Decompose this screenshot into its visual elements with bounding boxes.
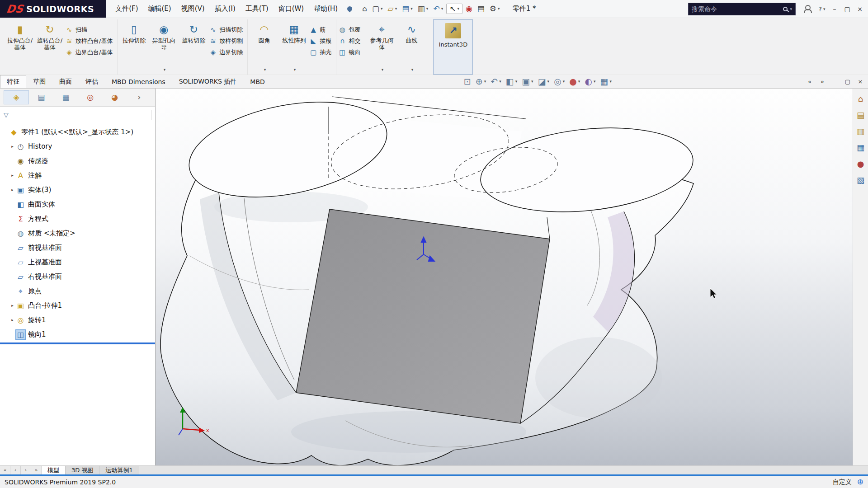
tabs-scroll-next[interactable]: › (21, 466, 31, 474)
hide-show-items-icon[interactable]: ◎ ▾ (554, 77, 565, 86)
display-style-icon[interactable]: ◪ ▾ (538, 77, 549, 86)
minimize-button[interactable]: – ▾ (828, 3, 841, 15)
dropdown-caret-icon[interactable]: ▾ (609, 80, 612, 84)
tabs-scroll-last[interactable]: » (31, 466, 42, 474)
tab-model[interactable]: 模型 (42, 466, 66, 474)
indicator-button[interactable]: ◉ ▾ (464, 4, 474, 14)
new-file-button[interactable]: ▢ ▾ (370, 4, 385, 14)
tab-evaluate[interactable]: 评估 (79, 75, 105, 88)
tree-item-boss-extrude1[interactable]: ▸ ▣ 凸台-拉伸1 (0, 298, 155, 313)
tree-item-material[interactable]: ▸ ◍ 材质 <未指定> (0, 226, 155, 240)
dropdown-caret-icon[interactable]: ▾ (499, 80, 501, 84)
tree-item-front-plane[interactable]: ▸ ▱ 前视基准面 (0, 240, 155, 255)
zoom-fit-icon[interactable]: ⊡ ▾ (464, 77, 471, 86)
tab-solidworks-addins[interactable]: SOLIDWORKS 插件 (172, 75, 244, 88)
extruded-cut-button[interactable]: ▯ 拉伸切除 ▾ (119, 20, 148, 74)
tree-item-equations[interactable]: ▸ Σ 方程式 (0, 211, 155, 226)
save-button[interactable]: ▤ ▾ (400, 4, 415, 14)
pin-icon[interactable] (346, 5, 354, 13)
dropdown-caret-icon[interactable]: ▾ (410, 7, 413, 11)
customize-status[interactable]: 自定义 (833, 478, 852, 486)
displaymanager-tab[interactable]: ◕ (103, 91, 127, 104)
search-icon[interactable] (783, 7, 788, 11)
dropdown-caret-icon[interactable]: ▾ (381, 7, 383, 11)
pane-previous-button[interactable]: « (804, 76, 816, 87)
globe-icon[interactable]: ⊕ (857, 478, 863, 486)
configurationmanager-tab[interactable]: ▦ (53, 91, 78, 104)
fillet-button[interactable]: ◠ 圆角 ▾ (250, 20, 278, 74)
tree-item-sensors[interactable]: ▸ ◉ 传感器 (0, 154, 155, 168)
revolved-boss-button[interactable]: ↻ 旋转凸台/基体 ▾ (35, 20, 64, 74)
shell-button[interactable]: ▢ 抽壳 (309, 48, 331, 56)
dropdown-caret-icon[interactable]: ▾ (264, 67, 266, 72)
dropdown-caret-icon[interactable]: ▾ (457, 7, 459, 11)
dropdown-caret-icon[interactable]: ▾ (426, 7, 429, 11)
menu-insert[interactable]: 插入(I) (210, 3, 241, 15)
tab-mbd-dimensions[interactable]: MBD Dimensions (105, 75, 172, 88)
propertymanager-tab[interactable]: ▤ (29, 91, 53, 104)
command-search[interactable]: ▾ (688, 3, 796, 15)
tabs-scroll-first[interactable]: « (0, 466, 10, 474)
swept-boss-button[interactable]: ∿ 扫描 (65, 26, 113, 34)
dropdown-caret-icon[interactable]: ▾ (294, 67, 296, 72)
rib-button[interactable]: ▲ 筋 (309, 26, 331, 34)
graphics-viewport[interactable]: x (156, 89, 853, 465)
extruded-boss-button[interactable]: ▮ 拉伸凸台/基体 ▾ (5, 20, 34, 74)
expander-icon[interactable]: ▸ (9, 144, 16, 149)
reference-geometry-button[interactable]: ⌖ 参考几何体 ▾ (367, 20, 396, 74)
dropdown-caret-icon[interactable]: ▾ (441, 7, 443, 11)
dropdown-caret-icon[interactable]: ▾ (578, 80, 580, 84)
wrap-button[interactable]: ◍ 包覆 (338, 26, 360, 34)
expander-icon[interactable]: ▸ (9, 173, 16, 178)
tree-filter-input[interactable] (12, 110, 151, 120)
tree-item-history[interactable]: ▸ ◷ History (0, 139, 155, 154)
view-palette-icon[interactable]: ▦ (857, 144, 864, 152)
dropdown-caret-icon[interactable]: ▾ (515, 80, 518, 84)
options-button[interactable]: ⚙ ▾ (488, 4, 502, 14)
close-doc-button[interactable]: × (854, 76, 866, 87)
panel-tabs-overflow[interactable]: › (127, 91, 151, 104)
intersect-button[interactable]: ∩ 相交 (338, 37, 360, 45)
linear-pattern-button[interactable]: ▦ 线性阵列 ▾ (279, 20, 308, 74)
apply-scene-icon[interactable]: ◐ ▾ (585, 77, 595, 86)
dropdown-caret-icon[interactable]: ▾ (594, 80, 596, 84)
boundary-boss-button[interactable]: ◈ 边界凸台/基体 (65, 48, 113, 56)
tree-item-mirror1[interactable]: ▸ ◫ 镜向1 (0, 327, 155, 342)
search-input[interactable] (692, 5, 781, 13)
menu-window[interactable]: 窗口(W) (274, 3, 309, 15)
file-explorer-icon[interactable]: ▥ (857, 127, 864, 136)
tab-mbd[interactable]: MBD (243, 75, 271, 88)
boundary-cut-button[interactable]: ◈ 边界切除 (209, 48, 243, 56)
model-3d-view[interactable]: x (156, 89, 853, 465)
maximize-button[interactable]: ▢ ▾ (841, 3, 854, 15)
dropdown-caret-icon[interactable]: ▾ (484, 80, 486, 84)
view-orientation-icon[interactable]: ▣ ▾ (522, 77, 533, 86)
menu-view[interactable]: 视图(V) (176, 3, 210, 15)
dropdown-caret-icon[interactable]: ▾ (531, 80, 533, 84)
draft-button[interactable]: ◣ 拔模 (309, 37, 331, 45)
lofted-boss-button[interactable]: ≋ 放样凸台/基体 (65, 37, 113, 45)
tree-item-annotations[interactable]: ▸ A 注解 (0, 168, 155, 183)
dropdown-caret-icon[interactable]: ▾ (164, 67, 166, 72)
search-scope-caret-icon[interactable]: ▾ (790, 7, 792, 11)
swept-cut-button[interactable]: ∿ 扫描切除 (209, 26, 243, 34)
dropdown-caret-icon[interactable]: ▾ (498, 7, 500, 11)
help-button[interactable]: ? ▾ (816, 3, 828, 15)
revolved-cut-button[interactable]: ↻ 旋转切除 ▾ (179, 20, 208, 74)
restore-doc-button[interactable]: ▢ (842, 76, 854, 87)
dropdown-caret-icon[interactable]: ▾ (382, 67, 384, 72)
section-view-icon[interactable]: ◧ ▾ (506, 77, 517, 86)
user-account-icon[interactable] (804, 5, 812, 13)
tree-item-top-plane[interactable]: ▸ ▱ 上视基准面 (0, 255, 155, 269)
mirror-button[interactable]: ◫ 镜向 (338, 48, 360, 56)
tree-item-origin[interactable]: ▸ ⌖ 原点 (0, 284, 155, 298)
tab-motion-study1[interactable]: 运动算例1 (99, 466, 139, 474)
tabs-scroll-prev[interactable]: ‹ (10, 466, 21, 474)
design-library-icon[interactable]: ▤ (857, 111, 864, 119)
dropdown-caret-icon[interactable]: ▾ (411, 67, 414, 72)
menu-file[interactable]: 文件(F) (110, 3, 143, 15)
menu-help[interactable]: 帮助(H) (309, 3, 343, 15)
home-button[interactable]: ⌂ ▾ (360, 4, 369, 14)
custom-properties-icon[interactable]: ▧ (857, 176, 864, 184)
tree-item-part-root[interactable]: ▸ ◆ 零件1 (默认<<默认>_显示状态 1>) (0, 125, 155, 139)
